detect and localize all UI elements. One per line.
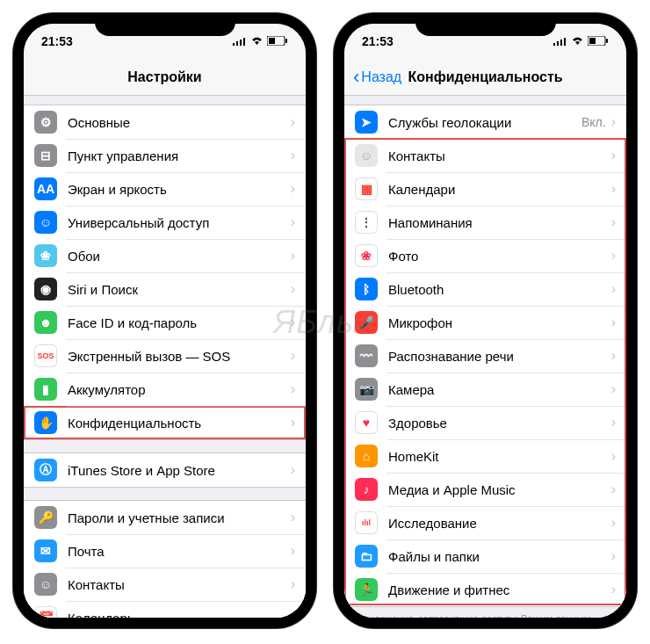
row-privacy[interactable]: ✋Конфиденциальность› <box>24 406 306 439</box>
row-research[interactable]: ılılИсследование› <box>344 506 626 539</box>
reminders-icon: ⋮ <box>355 211 378 234</box>
files-icon: 🗀 <box>355 545 378 568</box>
row-reminders[interactable]: ⋮Напоминания› <box>344 206 626 239</box>
chevron-left-icon: ‹ <box>353 68 359 87</box>
row-label: iTunes Store и App Store <box>68 463 291 478</box>
row-label: Фото <box>388 249 611 264</box>
svg-rect-0 <box>233 43 235 46</box>
row-general[interactable]: ⚙Основные› <box>24 105 306 139</box>
row-label: Исследование <box>388 516 611 531</box>
camera-icon: 📷 <box>355 378 378 401</box>
contacts-icon: ☺ <box>355 144 378 167</box>
row-label: Контакты <box>388 148 611 163</box>
signal-icon <box>553 34 567 48</box>
row-location[interactable]: ➤Службы геолокацииВкл.› <box>344 105 626 139</box>
page-title: Настройки <box>127 69 201 85</box>
row-speech[interactable]: 〰Распознавание речи› <box>344 339 626 373</box>
row-contacts[interactable]: ☺Контакты› <box>344 139 626 172</box>
back-button[interactable]: ‹ Назад <box>353 68 401 87</box>
control-center-icon: ⊟ <box>34 144 57 167</box>
chevron-right-icon: › <box>291 248 295 264</box>
row-mail[interactable]: ✉Почта› <box>24 534 306 568</box>
row-bluetooth[interactable]: ᛒBluetooth› <box>344 272 626 306</box>
svg-rect-6 <box>285 39 287 43</box>
chevron-right-icon: › <box>291 415 295 431</box>
chevron-right-icon: › <box>291 281 295 297</box>
row-photos[interactable]: ❀Фото› <box>344 239 626 272</box>
chevron-right-icon: › <box>611 448 616 464</box>
row-control-center[interactable]: ⊟Пункт управления› <box>24 139 306 172</box>
row-label: Контакты <box>68 577 291 592</box>
row-passwords[interactable]: 🔑Пароли и учетные записи› <box>24 501 306 534</box>
chevron-right-icon: › <box>291 610 295 618</box>
row-microphone[interactable]: 🎤Микрофон› <box>344 306 626 339</box>
chevron-right-icon: › <box>291 576 295 592</box>
screen-left: 21:53 Настройки ⚙Основные›⊟Пункт управле… <box>24 24 306 618</box>
chevron-right-icon: › <box>291 381 295 397</box>
chevron-right-icon: › <box>611 381 616 397</box>
phone-right: 21:53 ‹ Назад Конфиденциальность ➤Слу <box>334 13 637 628</box>
row-faceid[interactable]: ☻Face ID и код-пароль› <box>24 306 306 339</box>
page-title: Конфиденциальность <box>408 69 562 85</box>
row-label: Аккумулятор <box>68 382 291 397</box>
svg-rect-2 <box>240 40 242 46</box>
row-files[interactable]: 🗀Файлы и папки› <box>344 539 626 573</box>
chevron-right-icon: › <box>291 348 295 364</box>
row-label: Экстренный вызов — SOS <box>68 349 291 364</box>
row-sos[interactable]: SOSЭкстренный вызов — SOS› <box>24 339 306 373</box>
chevron-right-icon: › <box>611 248 616 264</box>
chevron-right-icon: › <box>611 148 616 163</box>
chevron-right-icon: › <box>611 548 616 564</box>
contacts-icon: ☺ <box>34 573 57 596</box>
row-motion[interactable]: 🏃Движение и фитнес› <box>344 573 626 606</box>
passwords-icon: 🔑 <box>34 506 57 529</box>
row-health[interactable]: ♥Здоровье› <box>344 406 626 439</box>
chevron-right-icon: › <box>291 148 295 163</box>
svg-rect-7 <box>553 43 555 46</box>
status-time: 21:53 <box>362 34 394 48</box>
row-label: Siri и Поиск <box>68 282 291 297</box>
siri-icon: ◉ <box>34 278 57 300</box>
settings-list[interactable]: ⚙Основные›⊟Пункт управления›AAЭкран и яр… <box>24 96 306 618</box>
row-display[interactable]: AAЭкран и яркость› <box>24 172 306 206</box>
row-itunes[interactable]: ⒶiTunes Store и App Store› <box>24 453 306 487</box>
row-label: Календарь <box>68 611 291 619</box>
chevron-right-icon: › <box>611 515 616 531</box>
svg-rect-10 <box>564 38 566 46</box>
footer-note: Приложения, запросившие доступ к Вашим д… <box>344 607 626 618</box>
status-indicators <box>233 34 288 48</box>
row-contacts[interactable]: ☺Контакты› <box>24 568 306 601</box>
display-icon: AA <box>34 177 57 200</box>
row-label: Движение и фитнес <box>388 582 611 597</box>
row-calendars[interactable]: ▦Календари› <box>344 172 626 206</box>
itunes-icon: Ⓐ <box>34 459 57 481</box>
row-calendar[interactable]: 📅Календарь› <box>24 601 306 618</box>
svg-rect-5 <box>269 38 275 44</box>
status-time: 21:53 <box>41 34 73 48</box>
homekit-icon: ⌂ <box>355 445 378 467</box>
row-label: Распознавание речи <box>388 349 611 364</box>
row-battery[interactable]: ▮Аккумулятор› <box>24 373 306 406</box>
privacy-list[interactable]: ➤Службы геолокацииВкл.›☺Контакты›▦Календ… <box>344 96 626 618</box>
chevron-right-icon: › <box>611 281 616 297</box>
row-wallpaper[interactable]: ❀Обои› <box>24 239 306 272</box>
row-homekit[interactable]: ⌂HomeKit› <box>344 439 626 473</box>
notch <box>415 13 556 36</box>
row-label: Bluetooth <box>388 282 611 297</box>
row-siri[interactable]: ◉Siri и Поиск› <box>24 272 306 306</box>
row-media[interactable]: ♪Медиа и Apple Music› <box>344 473 626 506</box>
row-label: Пароли и учетные записи <box>68 510 291 525</box>
calendars-icon: ▦ <box>355 177 378 200</box>
row-camera[interactable]: 📷Камера› <box>344 373 626 406</box>
svg-rect-12 <box>589 38 596 44</box>
mail-icon: ✉ <box>34 539 57 562</box>
row-label: Экран и яркость <box>68 182 291 197</box>
row-label: Face ID и код-пароль <box>68 315 291 330</box>
chevron-right-icon: › <box>611 481 616 497</box>
svg-rect-9 <box>560 40 562 46</box>
row-accessibility[interactable]: ☺Универсальный доступ› <box>24 206 306 239</box>
privacy-icon: ✋ <box>34 411 57 434</box>
sos-icon: SOS <box>34 344 57 367</box>
header: Настройки <box>24 59 306 96</box>
chevron-right-icon: › <box>611 348 616 364</box>
